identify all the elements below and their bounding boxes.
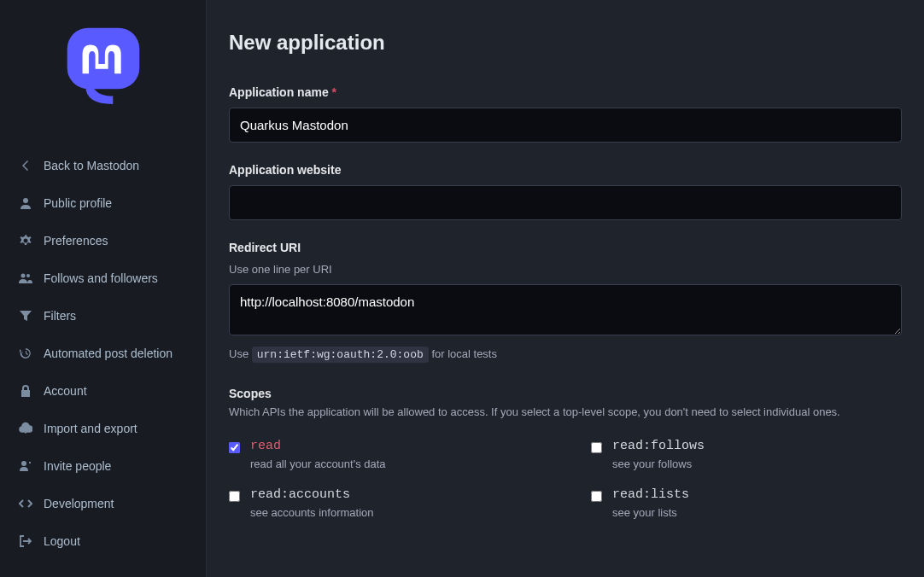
nav-item-label: Preferences	[44, 234, 108, 248]
nav-item-development[interactable]: Development	[0, 485, 206, 522]
scope-name: read:follows	[612, 439, 705, 453]
nav-item-invite[interactable]: Invite people	[0, 447, 206, 485]
app-name-input[interactable]	[229, 108, 902, 143]
scope-name: read	[250, 439, 386, 453]
svg-rect-0	[67, 28, 139, 89]
nav-item-label: Import and export	[44, 422, 137, 435]
nav-item-label: Filters	[44, 309, 76, 323]
cloud-icon	[19, 422, 32, 435]
mastodon-logo-icon	[63, 24, 143, 104]
nav-item-label: Account	[44, 384, 87, 398]
logout-icon	[19, 534, 32, 548]
scope-desc: see your lists	[612, 506, 689, 519]
app-website-label: Application website	[229, 163, 902, 177]
users-icon	[19, 271, 32, 285]
nav-item-preferences[interactable]: Preferences	[0, 222, 206, 259]
scope-name: read:accounts	[250, 487, 374, 502]
oob-code: urn:ietf:wg:oauth:2.0:oob	[252, 347, 429, 363]
nav-item-follows[interactable]: Follows and followers	[0, 259, 206, 297]
nav-item-label: Automated post deletion	[44, 347, 173, 360]
svg-point-4	[21, 461, 26, 466]
required-asterisk: *	[332, 85, 336, 99]
scope-item-read-follows: read:follows see your follows	[591, 439, 902, 470]
nav-item-filters[interactable]: Filters	[0, 297, 206, 335]
gear-icon	[19, 234, 32, 248]
scope-desc: see accounts information	[250, 506, 374, 519]
nav-item-label: Logout	[44, 534, 80, 548]
lock-icon	[19, 384, 32, 398]
svg-point-1	[23, 198, 28, 203]
chevron-left-icon	[19, 159, 32, 172]
scope-desc: read all your account's data	[250, 458, 386, 470]
scopes-title: Scopes	[229, 387, 902, 400]
scope-item-read: read read all your account's data	[229, 439, 540, 470]
redirect-uri-hint: Use one line per URI	[229, 263, 902, 276]
scopes-grid: read read all your account's data read:f…	[229, 439, 902, 519]
user-plus-icon	[19, 459, 32, 473]
user-icon	[19, 196, 32, 210]
scope-checkbox-read-lists[interactable]	[591, 491, 602, 502]
nav-list: Back to Mastodon Public profile Preferen…	[0, 147, 206, 560]
field-redirect-uri: Redirect URI Use one line per URI http:/…	[229, 241, 902, 361]
scope-desc: see your follows	[612, 458, 705, 470]
scope-item-read-accounts: read:accounts see accounts information	[229, 487, 540, 519]
nav-item-account[interactable]: Account	[0, 372, 206, 410]
nav-item-back[interactable]: Back to Mastodon	[0, 147, 206, 184]
funnel-icon	[19, 309, 32, 323]
nav-item-label: Public profile	[44, 196, 112, 210]
nav-item-public-profile[interactable]: Public profile	[0, 184, 206, 222]
scope-item-read-lists: read:lists see your lists	[591, 487, 902, 519]
svg-point-3	[26, 274, 30, 277]
nav-item-label: Follows and followers	[44, 271, 158, 285]
scopes-header: Scopes Which APIs the application will b…	[229, 387, 902, 418]
scope-name: read:lists	[612, 487, 689, 502]
scopes-desc: Which APIs the application will be allow…	[229, 405, 902, 418]
redirect-uri-input[interactable]: http://localhost:8080/mastodon	[229, 284, 902, 335]
sidebar: Back to Mastodon Public profile Preferen…	[0, 0, 207, 577]
logo-wrap	[0, 15, 206, 147]
code-icon	[19, 497, 32, 510]
nav-item-logout[interactable]: Logout	[0, 522, 206, 560]
nav-item-label: Development	[44, 497, 114, 510]
svg-point-2	[21, 274, 26, 278]
nav-item-auto-delete[interactable]: Automated post deletion	[0, 335, 206, 372]
app-website-input[interactable]	[229, 185, 902, 220]
field-app-website: Application website	[229, 163, 902, 220]
main-content: New application Application name * Appli…	[207, 0, 924, 577]
redirect-uri-post-hint: Use urn:ietf:wg:oauth:2.0:oob for local …	[229, 347, 902, 361]
app-name-label: Application name *	[229, 85, 902, 99]
nav-item-label: Back to Mastodon	[44, 159, 139, 172]
nav-item-label: Invite people	[44, 459, 111, 473]
page-title: New application	[229, 31, 902, 55]
field-app-name: Application name *	[229, 85, 902, 143]
scope-checkbox-read[interactable]	[229, 442, 240, 453]
nav-item-import-export[interactable]: Import and export	[0, 410, 206, 447]
redirect-uri-label: Redirect URI	[229, 241, 902, 254]
scope-checkbox-read-accounts[interactable]	[229, 491, 240, 502]
scope-checkbox-read-follows[interactable]	[591, 442, 602, 453]
history-icon	[19, 347, 32, 360]
